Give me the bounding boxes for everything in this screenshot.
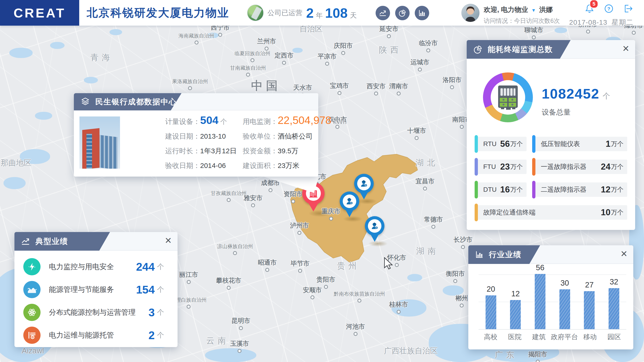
bar-column[interactable]: 20 bbox=[479, 285, 502, 329]
bar-column[interactable]: 12 bbox=[504, 289, 527, 329]
site-pin-tail bbox=[307, 202, 320, 212]
legend-item[interactable]: 低压智能仪表1万个 bbox=[533, 137, 627, 151]
close-icon[interactable]: × bbox=[621, 248, 627, 259]
map-label-text: 海南藏族自治州 bbox=[178, 32, 214, 39]
worker-pin[interactable] bbox=[365, 216, 384, 242]
bar-chart-icon[interactable] bbox=[415, 6, 429, 20]
city-label: 甘南藏族自治州 bbox=[230, 64, 266, 77]
energy-panel-title: 能耗终端监测总数 bbox=[488, 44, 553, 55]
site-field: 建设日期：2013-10 bbox=[165, 132, 237, 141]
performance-row[interactable]: 电力运维与能源托管2个 bbox=[23, 326, 164, 344]
city-dot-icon bbox=[374, 92, 378, 96]
worker-pin[interactable] bbox=[340, 192, 359, 217]
trend-chart-icon[interactable] bbox=[376, 6, 390, 20]
bar-column[interactable]: 30 bbox=[553, 278, 576, 329]
bar-column[interactable]: 32 bbox=[602, 278, 626, 329]
city-dot-icon bbox=[586, 30, 590, 34]
city-dot-icon bbox=[387, 34, 391, 38]
operating-days: 108 bbox=[325, 5, 348, 21]
performance-unit: 个 bbox=[157, 308, 164, 317]
bar bbox=[510, 300, 521, 329]
site-field: 投资金额：39.5万 bbox=[243, 146, 347, 156]
city-label: 十堰市 bbox=[407, 126, 426, 140]
city-dot-icon bbox=[266, 268, 269, 272]
user-name: 洪娜 bbox=[539, 6, 553, 13]
city-label: 揭阳市 bbox=[528, 350, 547, 362]
chevron-down-icon[interactable]: ▼ bbox=[530, 8, 537, 13]
performance-unit: 个 bbox=[157, 285, 164, 294]
worker-icon bbox=[343, 194, 356, 208]
map-label-text: 广西壮族自治区 bbox=[384, 346, 438, 356]
legend-item[interactable]: 一遥故障指示器24万个 bbox=[533, 160, 627, 174]
legend-value: 1 bbox=[606, 139, 610, 149]
header-right-block: 5 ? 2017-08-13 星期二 bbox=[569, 3, 633, 27]
bar-column[interactable]: 56 bbox=[528, 263, 552, 329]
pie-chart-icon[interactable] bbox=[395, 6, 410, 20]
worker-pin-ball bbox=[365, 216, 384, 236]
city-label: 西安市 bbox=[367, 82, 386, 96]
city-dot-icon bbox=[358, 299, 362, 302]
industry-performance-panel: 行业业绩 × 201256302732 高校医院建筑政府平台移动园区 bbox=[468, 245, 633, 350]
legend-unit: 万个 bbox=[611, 162, 624, 171]
water-patch bbox=[84, 77, 98, 84]
site-field-unit: kWh bbox=[333, 118, 347, 126]
city-label: 毕节市 bbox=[291, 259, 310, 273]
site-field-label: 验收单位： bbox=[243, 132, 278, 141]
city-label: 常德市 bbox=[424, 215, 443, 229]
city-label: 丽江市 bbox=[179, 270, 198, 284]
welcome-text: 欢迎, 电力物业 bbox=[484, 6, 528, 13]
bar bbox=[535, 274, 546, 329]
popup-title: 民生银行成都数据中心 bbox=[95, 97, 177, 107]
performance-row[interactable]: 能源管理与节能服务154个 bbox=[23, 281, 164, 298]
city-dot-icon bbox=[396, 310, 400, 314]
legend-name: 二遥故障指示器 bbox=[541, 185, 601, 194]
city-dot-icon bbox=[418, 68, 422, 72]
map-label-text: 湖南 bbox=[416, 245, 439, 256]
performance-row[interactable]: 电力监控与用电安全244个 bbox=[23, 258, 164, 275]
map-label-text: 青海 bbox=[90, 52, 113, 63]
region-label: 广东 bbox=[495, 349, 518, 360]
legend-item[interactable]: 二遥故障指示器12万个 bbox=[533, 182, 627, 197]
map-label-text: 资阳市 bbox=[284, 190, 302, 198]
legend-unit: 万个 bbox=[611, 208, 624, 217]
legend-color-bar bbox=[532, 158, 536, 176]
legend-item[interactable]: RTU56万个 bbox=[475, 137, 526, 151]
help-icon[interactable]: ? bbox=[604, 4, 614, 14]
map-label-text: 云南 bbox=[206, 335, 229, 346]
region-label: 湖北 bbox=[416, 157, 438, 168]
water-patch bbox=[554, 28, 567, 33]
water-patch bbox=[35, 112, 52, 120]
map-label-text: 那曲地区 bbox=[1, 158, 32, 168]
map-label-text: 凉山彝族自治州 bbox=[217, 243, 253, 250]
device-legend: RTU56万个低压智能仪表1万个FTU23万个一遥故障指示器24万个DTU16万… bbox=[475, 137, 627, 220]
city-dot-icon bbox=[239, 326, 243, 330]
notification-bell-icon[interactable]: 5 bbox=[584, 3, 594, 15]
city-dot-icon bbox=[251, 203, 255, 207]
water-patch bbox=[50, 42, 64, 49]
logo-block[interactable]: CREAT bbox=[0, 0, 79, 26]
map-label-text: 洛阳市 bbox=[443, 76, 462, 84]
performance-label: 电力运维与能源托管 bbox=[49, 330, 114, 340]
performance-label: 能源管理与节能服务 bbox=[49, 285, 114, 294]
user-welcome-line[interactable]: 欢迎, 电力物业 ▼ 洪娜 bbox=[484, 5, 560, 14]
performance-count: 244 bbox=[136, 260, 155, 273]
legend-item[interactable]: DTU16万个 bbox=[475, 182, 526, 197]
map-label-text: 陕西 bbox=[379, 44, 402, 56]
map-label-text: 湖北 bbox=[416, 157, 438, 168]
close-icon[interactable]: × bbox=[165, 235, 172, 246]
legend-item[interactable]: FTU23万个 bbox=[475, 160, 526, 174]
legend-name: DTU bbox=[483, 186, 500, 193]
city-label: 运城市 bbox=[410, 58, 430, 72]
close-icon[interactable]: × bbox=[622, 43, 629, 54]
legend-item[interactable]: 故障定位通信终端10万个 bbox=[475, 205, 627, 220]
map-label-text: 昭通市 bbox=[258, 258, 277, 267]
legend-name: 低压智能仪表 bbox=[541, 140, 606, 148]
logout-icon[interactable] bbox=[623, 4, 633, 14]
city-label: 聊城市 bbox=[524, 26, 543, 39]
legend-value: 56 bbox=[500, 139, 510, 149]
performance-row[interactable]: 分布式能源控制与运营管理3个 bbox=[23, 304, 164, 321]
user-avatar[interactable] bbox=[461, 4, 480, 22]
city-dot-icon bbox=[218, 33, 222, 37]
map-label-text: 临汾市 bbox=[419, 39, 438, 47]
bar-column[interactable]: 27 bbox=[578, 280, 601, 329]
